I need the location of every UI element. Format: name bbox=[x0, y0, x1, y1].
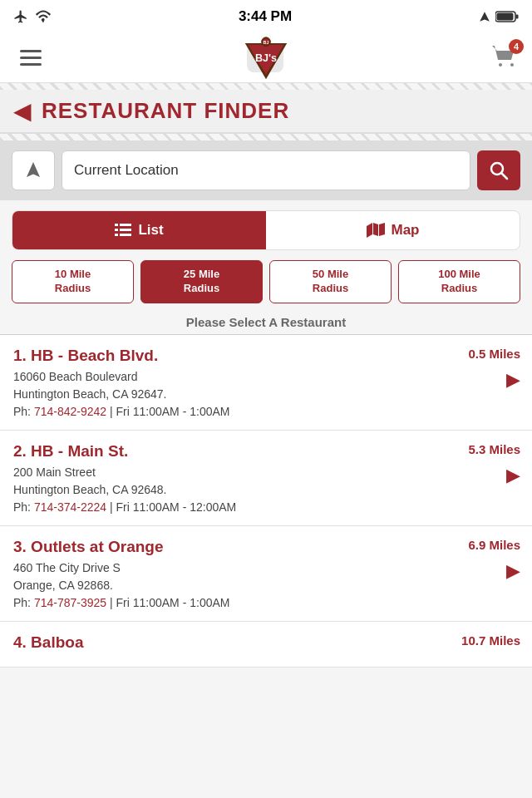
restaurant-phone: Ph: 714-787-3925 | Fri 11:00AM - 1:00AM bbox=[13, 596, 461, 609]
restaurant-list: 1. HB - Beach Blvd. 16060 Beach Boulevar… bbox=[0, 335, 532, 667]
header-stripe-top bbox=[0, 83, 532, 90]
status-left bbox=[13, 9, 52, 24]
radius-10-button[interactable]: 10 MileRadius bbox=[12, 260, 134, 303]
battery-icon bbox=[495, 11, 519, 22]
page-header: ◀ RESTAURANT FINDER bbox=[0, 90, 532, 134]
restaurant-item[interactable]: 2. HB - Main St. 200 Main StreetHuntingt… bbox=[0, 431, 532, 526]
svg-line-11 bbox=[501, 173, 507, 179]
restaurant-name: 3. Outlets at Orange bbox=[13, 538, 461, 556]
restaurant-arrow-button[interactable]: ▶ bbox=[506, 465, 520, 486]
status-right bbox=[479, 11, 519, 22]
svg-rect-12 bbox=[115, 224, 118, 226]
bjs-logo: BJ's BJ bbox=[244, 36, 288, 81]
svg-text:BJ: BJ bbox=[264, 39, 269, 44]
svg-rect-17 bbox=[120, 234, 131, 236]
map-label: Map bbox=[392, 222, 420, 239]
header-stripe-bottom bbox=[0, 134, 532, 140]
restaurant-address: 460 The City Drive SOrange, CA 92868. bbox=[13, 559, 461, 594]
restaurant-info: 2. HB - Main St. 200 Main StreetHuntingt… bbox=[13, 442, 461, 514]
back-button[interactable]: ◀ bbox=[13, 100, 32, 123]
nav-right: 4 bbox=[482, 44, 519, 72]
radius-50-button[interactable]: 50 MileRadius bbox=[269, 260, 392, 303]
cart-button[interactable]: 4 bbox=[490, 44, 519, 72]
list-label: List bbox=[138, 222, 163, 239]
restaurant-name: 1. HB - Beach Blvd. bbox=[13, 347, 461, 365]
restaurant-meta: 6.9 Miles ▶ bbox=[468, 538, 520, 582]
restaurant-info: 4. Balboa bbox=[13, 633, 455, 655]
svg-rect-14 bbox=[115, 229, 118, 231]
map-view-button[interactable]: Map bbox=[266, 211, 520, 249]
nav-bar: BJ's BJ 4 bbox=[0, 33, 532, 83]
restaurant-miles: 0.5 Miles bbox=[468, 347, 520, 361]
page-title: RESTAURANT FINDER bbox=[42, 98, 289, 124]
logo-diamond-svg: BJ's BJ bbox=[244, 36, 288, 81]
restaurant-item[interactable]: 1. HB - Beach Blvd. 16060 Beach Boulevar… bbox=[0, 335, 532, 431]
restaurant-item[interactable]: 4. Balboa 10.7 Miles bbox=[0, 622, 532, 667]
restaurant-arrow-button[interactable]: ▶ bbox=[506, 560, 520, 582]
search-row bbox=[0, 140, 532, 200]
search-icon bbox=[489, 160, 509, 180]
svg-marker-20 bbox=[379, 223, 385, 236]
restaurant-arrow-button[interactable]: ▶ bbox=[506, 369, 520, 391]
status-bar: 3:44 PM bbox=[0, 0, 532, 33]
svg-rect-1 bbox=[516, 15, 519, 19]
restaurant-info: 1. HB - Beach Blvd. 16060 Beach Boulevar… bbox=[13, 347, 461, 418]
restaurant-phone-link[interactable]: 714-842-9242 bbox=[34, 405, 106, 418]
list-view-button[interactable]: List bbox=[12, 211, 266, 249]
search-button[interactable] bbox=[477, 150, 520, 190]
restaurant-address: 200 Main StreetHuntington Beach, CA 9264… bbox=[13, 464, 461, 499]
radius-25-button[interactable]: 25 MileRadius bbox=[140, 260, 263, 303]
map-icon bbox=[367, 223, 385, 238]
restaurant-phone-link[interactable]: 714-374-2224 bbox=[34, 500, 106, 514]
restaurant-address: 16060 Beach BoulevardHuntington Beach, C… bbox=[13, 368, 461, 403]
location-arrow-icon bbox=[23, 160, 43, 180]
restaurant-phone: Ph: 714-842-9242 | Fri 11:00AM - 1:00AM bbox=[13, 405, 461, 418]
svg-rect-13 bbox=[120, 224, 131, 226]
restaurant-name: 2. HB - Main St. bbox=[13, 442, 461, 461]
svg-rect-15 bbox=[120, 229, 131, 231]
restaurant-info: 3. Outlets at Orange 460 The City Drive … bbox=[13, 538, 461, 609]
restaurant-miles: 5.3 Miles bbox=[468, 442, 520, 456]
hamburger-menu[interactable] bbox=[13, 43, 48, 72]
restaurant-miles: 6.9 Miles bbox=[468, 538, 520, 552]
search-input[interactable] bbox=[62, 150, 470, 190]
select-prompt: Please Select A Restaurant bbox=[0, 303, 532, 334]
svg-text:BJ's: BJ's bbox=[255, 52, 277, 63]
restaurant-phone: Ph: 714-374-2224 | Fri 11:00AM - 12:00AM bbox=[13, 500, 461, 514]
restaurant-name: 4. Balboa bbox=[13, 633, 455, 652]
wifi-icon bbox=[35, 10, 52, 23]
restaurant-item[interactable]: 3. Outlets at Orange 460 The City Drive … bbox=[0, 526, 532, 622]
restaurant-meta: 10.7 Miles bbox=[461, 633, 520, 648]
svg-marker-18 bbox=[367, 223, 372, 238]
view-toggle: List Map bbox=[12, 210, 520, 250]
svg-marker-19 bbox=[373, 223, 378, 236]
restaurant-meta: 5.3 Miles ▶ bbox=[468, 442, 520, 486]
radius-row: 10 MileRadius 25 MileRadius 50 MileRadiu… bbox=[0, 250, 532, 303]
cart-badge: 4 bbox=[509, 39, 524, 54]
location-status-icon bbox=[479, 11, 490, 22]
location-detect-button[interactable] bbox=[12, 150, 55, 190]
restaurant-phone-link[interactable]: 714-787-3925 bbox=[34, 596, 106, 609]
list-icon bbox=[115, 224, 131, 237]
radius-100-button[interactable]: 100 MileRadius bbox=[398, 260, 520, 303]
svg-rect-16 bbox=[115, 234, 118, 236]
airplane-icon bbox=[13, 9, 28, 24]
svg-rect-2 bbox=[497, 13, 514, 21]
status-time: 3:44 PM bbox=[239, 8, 292, 25]
restaurant-meta: 0.5 Miles ▶ bbox=[468, 347, 520, 391]
restaurant-miles: 10.7 Miles bbox=[461, 633, 520, 648]
